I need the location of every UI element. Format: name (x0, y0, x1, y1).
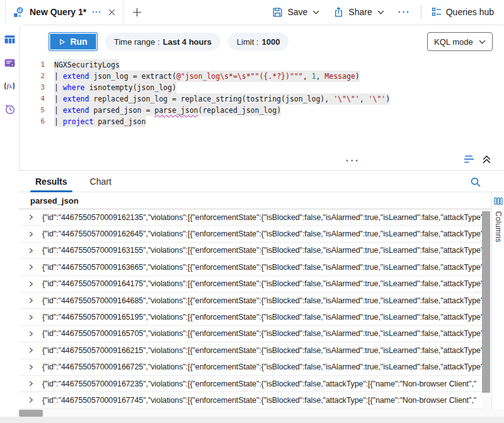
share-icon (333, 7, 344, 18)
tab-overflow-menu[interactable]: ··· (92, 8, 101, 16)
new-tab-button[interactable] (131, 6, 143, 18)
code-text: | where isnotempty(json_log) (54, 82, 176, 93)
row-json-text: {"id":"4467550570009167235","violations"… (42, 380, 482, 388)
table-row[interactable]: {"id":"4467550570009164685","violations"… (19, 293, 482, 309)
expand-chevron-icon[interactable] (28, 247, 34, 254)
table-row[interactable]: {"id":"4467550570009165195","violations"… (19, 309, 482, 325)
vertical-scrollbar[interactable] (482, 209, 490, 409)
expand-chevron-icon[interactable] (28, 330, 34, 337)
limit-selector[interactable]: Limit : 1000 (228, 33, 289, 50)
code-line[interactable]: 2| extend json_log = extract(@"json_log\… (20, 71, 504, 82)
table-row[interactable]: {"id":"4467550570009163665","violations"… (19, 259, 482, 275)
expand-chevron-icon[interactable] (28, 231, 34, 238)
code-text: | extend parsed_json = parse_json(replac… (54, 105, 281, 116)
row-json-text: {"id":"4467550570009165705","violations"… (42, 329, 482, 338)
view-options-icon[interactable] (462, 153, 476, 165)
adx-query-workspace: New Query 1* ··· Save (0, 0, 504, 423)
column-header-parsed-json[interactable]: parsed_json (30, 196, 79, 206)
table-row[interactable]: {"id":"4467550570009162135","violations"… (19, 209, 482, 226)
code-line[interactable]: 3| where isnotempty(json_log) (20, 82, 504, 93)
query-tab[interactable]: New Query 1* ··· (5, 0, 123, 24)
tab-close-icon[interactable] (108, 9, 115, 16)
panel-splitter-handle[interactable]: ··· (334, 156, 372, 166)
expand-chevron-icon[interactable] (28, 314, 34, 321)
tables-icon[interactable] (3, 33, 16, 45)
line-number: 5 (20, 105, 54, 116)
time-range-label: Time range : (114, 37, 160, 47)
columns-side-panel[interactable]: Columns (491, 192, 504, 409)
expand-chevron-icon[interactable] (28, 264, 34, 270)
limit-value: 1000 (261, 37, 280, 47)
collapse-up-icon[interactable] (481, 153, 493, 165)
queries-hub-label: Queries hub (446, 7, 494, 17)
expand-chevron-icon[interactable] (28, 214, 34, 221)
save-icon (272, 7, 283, 18)
code-text: | extend replaced_json_log = replace_str… (54, 93, 390, 105)
chevron-down-icon (377, 10, 384, 14)
chevron-down-icon (312, 10, 319, 14)
kusto-query-icon (13, 7, 24, 18)
tab-bar: New Query 1* ··· Save (0, 0, 504, 24)
code-line[interactable]: 4| extend replaced_json_log = replace_st… (20, 93, 504, 105)
table-row[interactable]: {"id":"4467550570009166215","violations"… (19, 342, 482, 359)
left-rail: {fx} (0, 24, 19, 417)
query-toolbar: Run Time range : Last 4 hours Limit : 10… (20, 25, 504, 51)
more-actions-button[interactable]: ··· (394, 4, 415, 20)
columns-panel-label: Columns (494, 211, 503, 242)
line-number: 2 (20, 71, 54, 82)
tab-results[interactable]: Results (34, 171, 69, 192)
table-row[interactable]: {"id":"4467550570009163155","violations"… (19, 243, 482, 259)
expand-chevron-icon[interactable] (28, 364, 34, 371)
line-number: 1 (20, 59, 54, 71)
run-button[interactable]: Run (49, 32, 98, 51)
code-text: | extend json_log = extract(@"json_log\s… (54, 71, 360, 82)
code-line[interactable]: 5| extend parsed_json = parse_json(repla… (20, 105, 504, 116)
share-button[interactable]: Share (329, 4, 387, 20)
table-row[interactable]: {"id":"4467550570009162645","violations"… (19, 226, 482, 242)
header-actions: Save Share ··· (268, 0, 504, 24)
editor-lines: 1NGXSecurityLogs2| extend json_log = ext… (20, 59, 504, 127)
columns-icon (494, 197, 503, 206)
run-play-icon (59, 38, 66, 45)
horizontal-scrollbar-thumb[interactable] (19, 410, 43, 417)
queries-icon[interactable] (3, 56, 16, 69)
query-panel: Run Time range : Last 4 hours Limit : 10… (19, 25, 504, 170)
row-json-text: {"id":"4467550570009163155","violations"… (42, 246, 482, 255)
expand-chevron-icon[interactable] (28, 297, 34, 304)
editor-controls (462, 153, 493, 165)
table-row[interactable]: {"id":"4467550570009164175","violations"… (19, 276, 482, 293)
line-number: 4 (20, 93, 54, 105)
expand-chevron-icon[interactable] (28, 380, 34, 387)
save-button[interactable]: Save (268, 4, 323, 20)
table-row[interactable]: {"id":"4467550570009167745","violations"… (19, 392, 482, 409)
table-row[interactable]: {"id":"4467550570009165705","violations"… (19, 326, 482, 342)
queries-hub-button[interactable]: Queries hub (428, 4, 498, 20)
tab-chart[interactable]: Chart (89, 171, 113, 192)
functions-icon[interactable]: {fx} (3, 79, 16, 92)
row-json-text: {"id":"4467550570009165195","violations"… (42, 313, 482, 322)
query-mode-dropdown[interactable]: KQL mode (427, 32, 493, 51)
row-json-text: {"id":"4467550570009162645","violations"… (42, 229, 482, 238)
new-tab-plus-icon (132, 8, 142, 17)
row-json-text: {"id":"4467550570009167745","violations"… (42, 396, 482, 405)
expand-chevron-icon[interactable] (28, 281, 34, 287)
table-row[interactable]: {"id":"4467550570009166725","violations"… (19, 359, 482, 376)
expand-chevron-icon[interactable] (28, 397, 34, 403)
table-header-row[interactable]: parsed_json (19, 192, 491, 209)
expand-chevron-icon[interactable] (28, 347, 34, 354)
tab-title: New Query 1* (30, 7, 86, 17)
results-tabs: ResultsChart (34, 171, 133, 192)
row-json-text: {"id":"4467550570009166725","violations"… (42, 362, 482, 371)
limit-label: Limit : (237, 37, 259, 47)
table-row[interactable]: {"id":"4467550570009167235","violations"… (19, 376, 482, 392)
row-json-text: {"id":"4467550570009164175","violations"… (42, 279, 482, 288)
results-tabs-row: ResultsChart (19, 171, 504, 192)
vertical-scrollbar-thumb[interactable] (482, 211, 490, 393)
code-line[interactable]: 6| project parsed_json (20, 116, 504, 127)
query-editor[interactable]: 1NGXSecurityLogs2| extend json_log = ext… (20, 59, 504, 127)
time-range-selector[interactable]: Time range : Last 4 hours (105, 33, 220, 50)
search-results-button[interactable] (469, 175, 483, 189)
row-json-text: {"id":"4467550570009166215","violations"… (42, 346, 482, 355)
history-icon[interactable] (3, 103, 16, 115)
code-line[interactable]: 1NGXSecurityLogs (20, 59, 504, 71)
